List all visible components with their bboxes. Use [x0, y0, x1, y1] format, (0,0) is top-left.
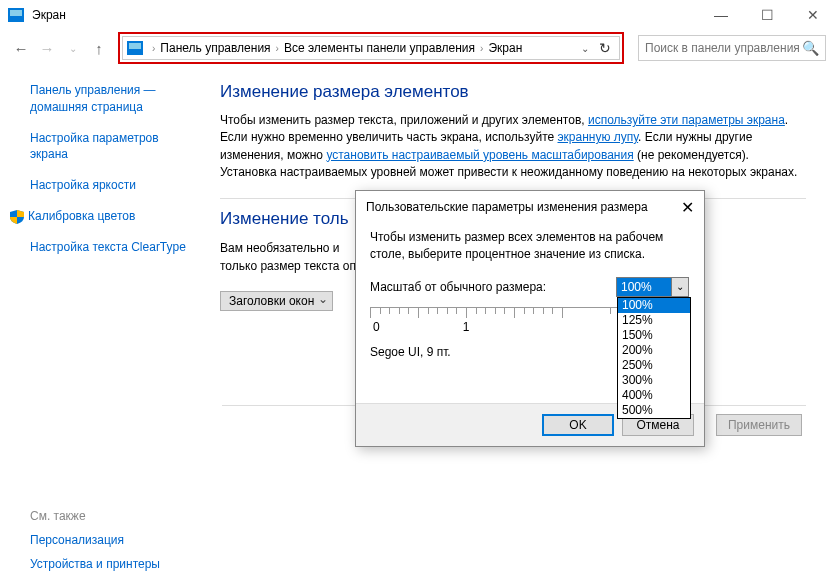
search-icon[interactable]: 🔍 — [802, 40, 819, 56]
navigation-bar: ← → ⌄ ↑ › Панель управления › Все элемен… — [0, 30, 836, 66]
sidebar-item-home[interactable]: Панель управления — домашняя страница — [30, 82, 196, 116]
scale-label: Масштаб от обычного размера: — [370, 280, 616, 294]
custom-scaling-link[interactable]: установить настраиваемый уровень масштаб… — [326, 148, 633, 162]
ok-button[interactable]: OK — [542, 414, 614, 436]
sidebar-item-cleartype[interactable]: Настройка текста ClearType — [30, 239, 196, 256]
see-also-devices[interactable]: Устройства и принтеры — [30, 557, 210, 571]
display-params-link[interactable]: используйте эти параметры экрана — [588, 113, 785, 127]
minimize-button[interactable]: — — [698, 0, 744, 30]
see-also-label: См. также — [30, 509, 210, 523]
address-bar[interactable]: › Панель управления › Все элементы панел… — [122, 36, 620, 60]
scale-options-list: 100% 125% 150% 200% 250% 300% 400% 500% — [617, 297, 691, 419]
close-button[interactable]: ✕ — [790, 0, 836, 30]
forward-button[interactable]: → — [36, 37, 58, 59]
back-button[interactable]: ← — [10, 37, 32, 59]
scale-selected-value: 100% — [621, 280, 652, 294]
up-button[interactable]: ↑ — [88, 37, 110, 59]
chevron-down-icon[interactable]: ⌄ — [671, 277, 689, 297]
page-heading: Изменение размера элементов — [220, 82, 806, 102]
sidebar-item-display-settings[interactable]: Настройка параметров экрана — [30, 130, 196, 164]
address-dropdown[interactable]: ⌄ — [577, 43, 593, 54]
scale-option[interactable]: 250% — [618, 358, 690, 373]
window-title: Экран — [32, 8, 66, 22]
see-also-personalization[interactable]: Персонализация — [30, 533, 210, 547]
scale-combobox[interactable]: 100% ⌄ 100% 125% 150% 200% 250% 300% 400… — [616, 277, 672, 297]
scale-option[interactable]: 500% — [618, 403, 690, 418]
recent-dropdown[interactable]: ⌄ — [62, 37, 84, 59]
display-icon — [8, 8, 24, 22]
custom-scaling-dialog: Пользовательские параметры изменения раз… — [355, 190, 705, 447]
breadcrumb[interactable]: Все элементы панели управления — [284, 41, 475, 55]
search-input[interactable] — [645, 41, 802, 55]
display-icon — [127, 41, 143, 55]
breadcrumb[interactable]: Экран — [488, 41, 522, 55]
description-text: Чтобы изменить размер текста, приложений… — [220, 112, 806, 182]
chevron-right-icon: › — [149, 43, 158, 54]
sidebar-item-brightness[interactable]: Настройка яркости — [30, 177, 196, 194]
chevron-right-icon: › — [273, 43, 282, 54]
window-titlebar: Экран — ☐ ✕ — [0, 0, 836, 30]
dialog-instruction: Чтобы изменить размер всех элементов на … — [370, 229, 690, 263]
apply-button[interactable]: Применить — [716, 414, 802, 436]
refresh-button[interactable]: ↻ — [595, 40, 615, 56]
scale-option[interactable]: 200% — [618, 343, 690, 358]
see-also-section: См. также Персонализация Устройства и пр… — [30, 509, 210, 581]
ruler-label: 1 — [463, 320, 470, 334]
scale-option[interactable]: 300% — [618, 373, 690, 388]
address-bar-highlight: › Панель управления › Все элементы панел… — [118, 32, 624, 64]
sidebar-item-calibrate[interactable]: Калибровка цветов — [30, 208, 196, 225]
text-element-dropdown[interactable]: Заголовки окон — [220, 291, 333, 311]
scale-option[interactable]: 125% — [618, 313, 690, 328]
chevron-right-icon: › — [477, 43, 486, 54]
dialog-close-button[interactable]: ✕ — [681, 198, 694, 217]
scale-option[interactable]: 100% — [618, 298, 690, 313]
search-box[interactable]: 🔍 — [638, 35, 826, 61]
scale-option[interactable]: 150% — [618, 328, 690, 343]
dialog-title: Пользовательские параметры изменения раз… — [366, 200, 648, 214]
breadcrumb[interactable]: Панель управления — [160, 41, 270, 55]
shield-icon — [10, 210, 24, 224]
scale-option[interactable]: 400% — [618, 388, 690, 403]
magnifier-link[interactable]: экранную лупу — [558, 130, 639, 144]
dialog-titlebar: Пользовательские параметры изменения раз… — [356, 191, 704, 223]
ruler-label: 0 — [373, 320, 380, 334]
maximize-button[interactable]: ☐ — [744, 0, 790, 30]
